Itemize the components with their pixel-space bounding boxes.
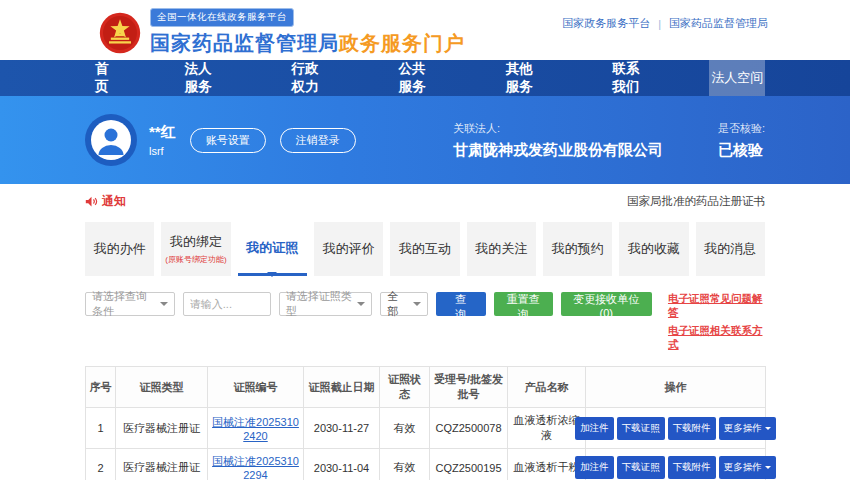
certificates-table: 序号 证照类型 证照编号 证照截止日期 证照状态 受理号/批签发批号 产品名称 … bbox=[85, 366, 766, 480]
tab-my-cases[interactable]: 我的办件 bbox=[85, 222, 154, 276]
tab-my-binding[interactable]: 我的绑定 (原账号绑定功能) bbox=[161, 222, 230, 276]
notice-label: 通知 bbox=[102, 193, 126, 210]
legal-person-block: 关联法人: 甘肃陇神戎发药业股份有限公司 bbox=[453, 121, 663, 160]
header-actions: 操作 bbox=[586, 367, 766, 408]
search-button[interactable]: 查询 bbox=[436, 292, 486, 316]
annotate-button[interactable]: 加注件 bbox=[575, 456, 614, 479]
header-acceptance-no: 受理号/批签发批号 bbox=[430, 367, 508, 408]
chevron-down-icon bbox=[765, 466, 771, 472]
logout-button[interactable]: 注销登录 bbox=[280, 128, 356, 153]
cert-faq-link[interactable]: 电子证照常见问题解答 bbox=[668, 292, 765, 320]
nav-item-other-services[interactable]: 其他服务 bbox=[495, 60, 550, 96]
tab-my-binding-sublabel: (原账号绑定功能) bbox=[165, 254, 226, 265]
national-emblem-icon bbox=[98, 10, 142, 56]
verify-block: 是否核验: 已核验 bbox=[718, 121, 765, 160]
chevron-down-icon bbox=[413, 302, 421, 310]
download-cert-button[interactable]: 下载证照 bbox=[617, 456, 665, 479]
table-row: 1 医疗器械注册证 国械注准20253102420 2030-11-27 有效 … bbox=[86, 408, 766, 449]
chevron-down-icon bbox=[357, 302, 365, 310]
top-links-divider: | bbox=[658, 18, 661, 30]
nav-item-admin-power[interactable]: 行政权力 bbox=[281, 60, 336, 96]
tab-my-messages[interactable]: 我的消息 bbox=[696, 222, 765, 276]
cell-status: 有效 bbox=[380, 408, 430, 449]
cert-type-select[interactable]: 请选择证照类型 bbox=[279, 292, 372, 316]
keyword-input[interactable] bbox=[183, 292, 271, 316]
cell-product: 血液透析干粉 bbox=[508, 449, 586, 480]
cell-status: 有效 bbox=[380, 449, 430, 480]
download-cert-button[interactable]: 下载证照 bbox=[617, 417, 665, 440]
tab-my-evaluations[interactable]: 我的评价 bbox=[314, 222, 383, 276]
help-links: 电子证照常见问题解答 电子证照相关联系方式 bbox=[668, 292, 765, 352]
annotate-button[interactable]: 加注件 bbox=[575, 417, 614, 440]
verify-value: 已核验 bbox=[718, 141, 765, 160]
nav-item-legal-services[interactable]: 法人服务 bbox=[174, 60, 229, 96]
header-cert-type: 证照类型 bbox=[116, 367, 208, 408]
link-nmpa[interactable]: 国家药品监督管理局 bbox=[669, 16, 768, 31]
change-receiver-button[interactable]: 变更接收单位(0) bbox=[561, 292, 652, 316]
scope-select[interactable]: 全部 bbox=[380, 292, 427, 316]
cert-number-link[interactable]: 国械注准20253102294 bbox=[212, 455, 299, 480]
tab-my-interactions[interactable]: 我的互动 bbox=[390, 222, 459, 276]
table-row: 2 医疗器械注册证 国械注准20253102294 2030-11-04 有效 … bbox=[86, 449, 766, 480]
header-cert-no: 证照编号 bbox=[208, 367, 304, 408]
nav-item-contact-us[interactable]: 联系我们 bbox=[602, 60, 657, 96]
header-product: 产品名称 bbox=[508, 367, 586, 408]
link-gov-service-platform[interactable]: 国家政务服务平台 bbox=[562, 16, 650, 31]
account-settings-button[interactable]: 账号设置 bbox=[190, 128, 266, 153]
chevron-down-icon bbox=[160, 302, 168, 310]
notice-toggle[interactable]: 通知 bbox=[85, 193, 126, 210]
header-status: 证照状态 bbox=[380, 367, 430, 408]
platform-badge: 全国一体化在线政务服务平台 bbox=[150, 8, 294, 27]
nav-item-public-services[interactable]: 公共服务 bbox=[388, 60, 443, 96]
username-sub: lsrf bbox=[149, 145, 176, 157]
cell-acceptance-no: CQZ2500078 bbox=[430, 408, 508, 449]
reset-button[interactable]: 重置查询 bbox=[494, 292, 553, 316]
tab-my-follows[interactable]: 我的关注 bbox=[467, 222, 536, 276]
more-actions-button[interactable]: 更多操作 bbox=[719, 456, 776, 479]
cell-product: 血液透析浓缩液 bbox=[508, 408, 586, 449]
top-header: 全国一体化在线政务服务平台 国家药品监督管理局政务服务门户 国家政务服务平台 |… bbox=[0, 0, 850, 60]
cell-index: 2 bbox=[86, 449, 116, 480]
site-title: 国家药品监督管理局政务服务门户 bbox=[150, 30, 465, 57]
cell-index: 1 bbox=[86, 408, 116, 449]
more-actions-button[interactable]: 更多操作 bbox=[719, 417, 776, 440]
user-info: **红 lsrf bbox=[149, 123, 176, 157]
header-index: 序号 bbox=[86, 367, 116, 408]
table-header-row: 序号 证照类型 证照编号 证照截止日期 证照状态 受理号/批签发批号 产品名称 … bbox=[86, 367, 766, 408]
tabs-bar: 我的办件 我的绑定 (原账号绑定功能) 我的证照 我的评价 我的互动 我的关注 … bbox=[85, 222, 765, 276]
cert-number-link[interactable]: 国械注准20253102420 bbox=[212, 416, 299, 442]
chevron-down-icon bbox=[765, 427, 771, 433]
main-nav: 首页 法人服务 行政权力 公共服务 其他服务 联系我们 法人空间 bbox=[0, 60, 850, 96]
cell-acceptance-no: CQZ2500195 bbox=[430, 449, 508, 480]
avatar[interactable] bbox=[85, 114, 137, 166]
speaker-icon bbox=[85, 195, 98, 208]
tab-my-appointments[interactable]: 我的预约 bbox=[543, 222, 612, 276]
cell-expiry: 2030-11-27 bbox=[304, 408, 380, 449]
cell-cert-type: 医疗器械注册证 bbox=[116, 449, 208, 480]
header-expiry: 证照截止日期 bbox=[304, 367, 380, 408]
filter-row: 请选择查询条件 请选择证照类型 全部 查询 重置查询 变更接收单位(0) 电子证… bbox=[85, 292, 765, 352]
username: **红 bbox=[149, 123, 176, 142]
notice-link[interactable]: 国家局批准的药品注册证书 bbox=[627, 194, 765, 209]
tab-my-favorites[interactable]: 我的收藏 bbox=[619, 222, 688, 276]
main-content: 通知 国家局批准的药品注册证书 我的办件 我的绑定 (原账号绑定功能) 我的证照… bbox=[85, 193, 765, 480]
download-attachment-button[interactable]: 下载附件 bbox=[668, 456, 716, 479]
tab-my-certificates[interactable]: 我的证照 bbox=[238, 222, 307, 276]
legal-person-value: 甘肃陇神戎发药业股份有限公司 bbox=[453, 141, 663, 160]
site-brand: 全国一体化在线政务服务平台 国家药品监督管理局政务服务门户 bbox=[98, 8, 465, 57]
query-condition-select[interactable]: 请选择查询条件 bbox=[85, 292, 175, 316]
notice-row: 通知 国家局批准的药品注册证书 bbox=[85, 193, 765, 210]
top-links: 国家政务服务平台 | 国家药品监督管理局 bbox=[562, 16, 768, 31]
download-attachment-button[interactable]: 下载附件 bbox=[668, 417, 716, 440]
legal-person-label: 关联法人: bbox=[453, 121, 663, 136]
cell-cert-type: 医疗器械注册证 bbox=[116, 408, 208, 449]
user-banner: **红 lsrf 账号设置 注销登录 关联法人: 甘肃陇神戎发药业股份有限公司 … bbox=[0, 96, 850, 184]
nav-item-home[interactable]: 首页 bbox=[85, 60, 122, 96]
site-title-portal: 政务服务门户 bbox=[339, 32, 465, 54]
site-title-agency: 国家药品监督管理局 bbox=[150, 32, 339, 54]
cert-contact-link[interactable]: 电子证照相关联系方式 bbox=[668, 324, 765, 352]
nav-item-legal-person-space[interactable]: 法人空间 bbox=[709, 60, 765, 96]
verify-label: 是否核验: bbox=[718, 121, 765, 136]
cell-expiry: 2030-11-04 bbox=[304, 449, 380, 480]
